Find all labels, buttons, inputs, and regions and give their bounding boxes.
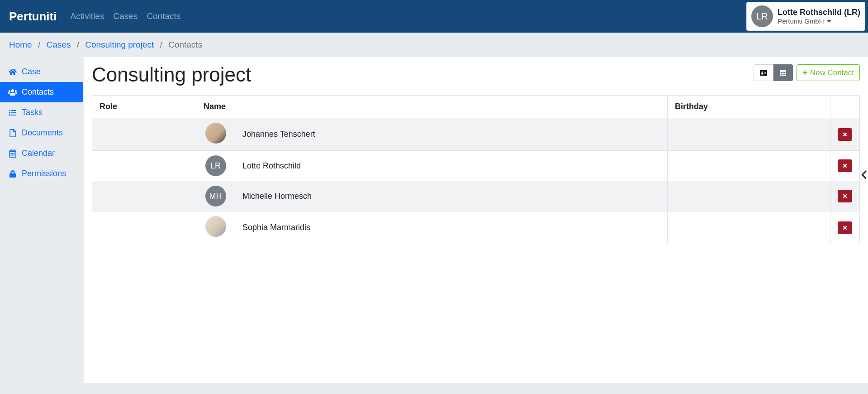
navbar: Pertuniti Activities Cases Contacts LR L…: [0, 0, 868, 33]
sidebar-item-contacts[interactable]: Contacts: [0, 82, 83, 102]
collapse-panel-button[interactable]: [861, 170, 867, 180]
sidebar-item-tasks[interactable]: Tasks: [0, 102, 83, 123]
calendar-icon: [8, 149, 17, 158]
table-icon: [779, 70, 787, 76]
table-row: Johannes Tenschert: [92, 118, 860, 151]
sidebar-item-calendar[interactable]: Calendar: [0, 143, 83, 163]
breadcrumb: Home / Cases / Consulting project / Cont…: [0, 33, 868, 57]
cell-role: [92, 118, 196, 151]
user-name: Lotte Rothschild (LR): [778, 8, 860, 17]
avatar: LR: [751, 5, 773, 27]
cell-birthday: [668, 211, 830, 244]
sidebar-item-permissions[interactable]: Permissions: [0, 163, 83, 184]
navbar-links: Activities Cases Contacts: [70, 11, 180, 21]
cell-birthday: [668, 118, 830, 151]
close-icon: [842, 193, 848, 199]
cell-birthday: [668, 151, 830, 181]
col-actions-header: [830, 96, 860, 118]
delete-button[interactable]: [838, 128, 852, 141]
user-menu[interactable]: LR Lotte Rothschild (LR) Pertuniti GmbH: [746, 2, 865, 31]
close-icon: [842, 163, 848, 168]
sidebar-item-case[interactable]: Case: [0, 62, 83, 82]
avatar: MH: [205, 186, 226, 207]
nav-contacts[interactable]: Contacts: [147, 11, 180, 21]
sidebar-item-label: Case: [22, 67, 41, 77]
avatar: [205, 123, 226, 144]
user-org-label: Pertuniti GmbH: [778, 17, 824, 25]
nav-cases[interactable]: Cases: [113, 11, 138, 21]
user-org: Pertuniti GmbH: [778, 17, 860, 25]
col-role-header[interactable]: Role: [92, 96, 196, 118]
sidebar: Case Contacts Tasks Documents Calendar: [0, 57, 83, 383]
file-icon: [8, 129, 17, 137]
avatar: [205, 216, 226, 237]
col-birthday-header[interactable]: Birthday: [668, 96, 830, 118]
sidebar-item-label: Contacts: [22, 87, 54, 97]
new-contact-button[interactable]: + New Contact: [797, 64, 860, 81]
content: Consulting project +: [83, 57, 868, 383]
content-header: Consulting project +: [92, 62, 860, 86]
cell-role: [92, 211, 196, 244]
main: Case Contacts Tasks Documents Calendar: [0, 57, 868, 383]
cell-name[interactable]: Lotte Rothschild: [235, 151, 668, 181]
home-icon: [8, 68, 17, 76]
breadcrumb-project[interactable]: Consulting project: [85, 40, 154, 49]
id-card-icon: [759, 70, 768, 76]
delete-button[interactable]: [838, 221, 852, 234]
close-icon: [842, 225, 848, 231]
plus-icon: +: [802, 68, 807, 77]
breadcrumb-home[interactable]: Home: [9, 40, 32, 49]
sidebar-item-label: Tasks: [22, 108, 43, 117]
breadcrumb-current: Contacts: [168, 40, 202, 49]
cell-name[interactable]: Michelle Hormesch: [235, 181, 668, 211]
cell-actions: [830, 118, 860, 151]
table-row: LR Lotte Rothschild: [92, 151, 860, 181]
view-table-button[interactable]: [773, 64, 793, 81]
delete-button[interactable]: [838, 190, 852, 202]
breadcrumb-separator: /: [38, 40, 40, 49]
delete-button[interactable]: [838, 159, 852, 172]
new-contact-label: New Contact: [810, 68, 854, 77]
col-name-header[interactable]: Name: [196, 96, 668, 118]
cell-avatar: [196, 118, 235, 151]
cell-name[interactable]: Johannes Tenschert: [235, 118, 668, 151]
cell-avatar: [196, 211, 235, 244]
list-icon: [8, 109, 17, 116]
cell-avatar: LR: [196, 151, 235, 181]
breadcrumb-separator: /: [77, 40, 79, 49]
sidebar-item-label: Calendar: [22, 149, 55, 158]
sidebar-item-documents[interactable]: Documents: [0, 123, 83, 143]
table-row: MH Michelle Hormesch: [92, 181, 860, 211]
cell-role: [92, 181, 196, 211]
cell-actions: [830, 151, 860, 181]
cell-birthday: [668, 181, 830, 211]
user-text: Lotte Rothschild (LR) Pertuniti GmbH: [778, 8, 860, 25]
page-title: Consulting project: [92, 63, 251, 86]
sidebar-item-label: Permissions: [22, 169, 66, 178]
view-cards-button[interactable]: [754, 64, 773, 81]
table-header-row: Role Name Birthday: [92, 96, 860, 118]
users-icon: [8, 89, 17, 96]
avatar: LR: [205, 155, 226, 176]
brand-logo[interactable]: Pertuniti: [9, 10, 57, 24]
chevron-down-icon: [827, 20, 831, 23]
breadcrumb-separator: /: [160, 40, 162, 49]
nav-activities[interactable]: Activities: [70, 11, 104, 21]
cell-name[interactable]: Sophia Marmaridis: [235, 211, 668, 244]
breadcrumb-cases[interactable]: Cases: [47, 40, 71, 49]
view-toggle-group: [754, 64, 793, 81]
lock-icon: [8, 170, 17, 178]
cell-avatar: MH: [196, 181, 235, 211]
contacts-table: Role Name Birthday Johannes Tenschert: [92, 95, 860, 244]
header-actions: + New Contact: [754, 62, 860, 81]
sidebar-item-label: Documents: [22, 128, 63, 138]
close-icon: [842, 132, 848, 137]
chevron-left-icon: [861, 170, 867, 180]
cell-actions: [830, 211, 860, 244]
table-row: Sophia Marmaridis: [92, 211, 860, 244]
cell-actions: [830, 181, 860, 211]
cell-role: [92, 151, 196, 181]
